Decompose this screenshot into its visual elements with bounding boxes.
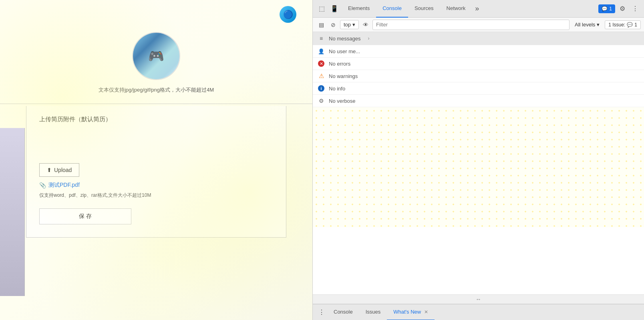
list-icon: ≡ — [318, 35, 325, 42]
resume-section: 上传简历附件（默认简历） ⬆ Upload 📎 测试PDF.pdf 仅支持wor… — [26, 106, 286, 238]
chat-icon: 💬 — [602, 6, 608, 12]
upload-icon: ⬆ — [47, 167, 52, 173]
bottom-console-label: Console — [334, 309, 353, 315]
bottom-menu-btn[interactable]: ⋮ — [316, 307, 327, 318]
context-dropdown[interactable]: top ▾ — [340, 20, 359, 29]
attachment-icon: 📎 — [39, 182, 46, 188]
error-icon: ✕ — [318, 60, 325, 67]
more-options-btn[interactable]: ⋮ — [630, 3, 641, 14]
inspect-element-btn[interactable]: ⬚ — [316, 3, 327, 14]
file-name: 测试PDF.pdf — [48, 182, 80, 189]
chevron-right-icon[interactable]: › — [364, 34, 372, 42]
logo-icon: 🔵 — [283, 10, 293, 19]
no-warnings-text: No warnings — [329, 73, 358, 79]
verbose-icon: ⚙ — [318, 97, 325, 104]
file-link[interactable]: 📎 测试PDF.pdf — [39, 182, 273, 189]
close-whats-new-btn[interactable]: ✕ — [424, 309, 428, 315]
avatar-hint: 文本仅支持jpg/jpeg/gif/png格式，大小不能超过4M — [99, 86, 214, 94]
avatar-circle[interactable] — [132, 32, 180, 80]
console-messages: ≡ No messages › 👤 No user me... ✕ No err… — [313, 32, 644, 294]
eye-btn[interactable]: 👁 — [360, 20, 371, 30]
issue-label: 1 Issue: — [608, 22, 625, 28]
console-item-no-user[interactable]: 👤 No user me... — [313, 45, 644, 58]
upload-button[interactable]: ⬆ Upload — [39, 163, 79, 177]
levels-arrow-icon: ▾ — [597, 22, 600, 28]
settings-icon: ⚙ — [620, 5, 625, 12]
levels-label: All levels — [575, 22, 595, 28]
block-icon-btn[interactable]: ⊘ — [328, 20, 338, 30]
devtools-toolbar: ▤ ⊘ top ▾ 👁 All levels ▾ 1 Issue: 💬 1 — [313, 18, 644, 32]
console-item-no-messages[interactable]: ≡ No messages › — [313, 32, 644, 45]
devtools-header-right: 💬 1 ⚙ ⋮ — [598, 3, 641, 14]
bottom-whatsnew-label: What's New — [393, 309, 421, 315]
tab-elements[interactable]: Elements — [342, 0, 376, 18]
issue-badge[interactable]: 1 Issue: 💬 1 — [605, 20, 641, 29]
devtools-tabs: Elements Console Sources Network » — [342, 0, 597, 18]
left-sidebar-strip — [0, 128, 25, 296]
app-logo: 🔵 — [280, 6, 296, 23]
devtools-panel: ⬚ 📱 Elements Console Sources Network » 💬… — [312, 0, 644, 320]
device-toolbar-btn[interactable]: 📱 — [329, 3, 340, 14]
chat-icon-small: 💬 — [627, 22, 633, 28]
console-sidebar-btn[interactable]: ▤ — [316, 20, 326, 30]
warning-icon: ⚠ — [318, 72, 325, 80]
more-tabs-btn[interactable]: » — [472, 0, 482, 18]
save-button[interactable]: 保 存 — [39, 208, 131, 224]
levels-dropdown[interactable]: All levels ▾ — [571, 20, 603, 29]
resume-title: 上传简历附件（默认简历） — [39, 116, 273, 123]
no-messages-text: No messages — [329, 36, 360, 42]
resize-icon: ↔ — [476, 296, 481, 302]
no-user-text: No user me... — [329, 48, 360, 54]
no-info-text: No info — [329, 86, 345, 92]
avatar-section: 文本仅支持jpg/jpeg/gif/png格式，大小不能超过4M — [0, 0, 312, 102]
chat-badge-btn[interactable]: 💬 1 — [598, 4, 615, 13]
dropdown-arrow-icon: ▾ — [352, 22, 355, 28]
console-item-no-warnings[interactable]: ⚠ No warnings — [313, 70, 644, 82]
upload-label: Upload — [54, 167, 72, 173]
browser-page: 🔵 文本仅支持jpg/jpeg/gif/png格式，大小不能超过4M 上传简历附… — [0, 0, 312, 320]
console-empty-area — [313, 107, 644, 227]
settings-btn[interactable]: ⚙ — [617, 3, 628, 14]
bottom-tab-issues[interactable]: Issues — [359, 304, 387, 320]
resize-handle[interactable]: ↔ — [313, 294, 644, 304]
devtools-header: ⬚ 📱 Elements Console Sources Network » 💬… — [313, 0, 644, 18]
info-icon: i — [318, 85, 325, 92]
section-divider — [0, 104, 312, 104]
console-item-no-info[interactable]: i No info — [313, 82, 644, 95]
file-hint: 仅支持word、pdf、zip、rar格式,文件大小不超过10M — [39, 192, 273, 199]
save-label: 保 存 — [79, 213, 92, 219]
dots-icon: ⋮ — [632, 5, 638, 12]
tab-network[interactable]: Network — [440, 0, 472, 18]
filter-input[interactable] — [372, 20, 570, 30]
tab-console[interactable]: Console — [376, 0, 408, 18]
badge-count: 1 — [609, 6, 612, 12]
avatar-image — [133, 33, 179, 79]
devtools-bottom-bar: ⋮ Console Issues What's New ✕ — [313, 304, 644, 320]
context-label: top — [344, 22, 351, 28]
no-verbose-text: No verbose — [329, 98, 355, 104]
console-item-no-errors[interactable]: ✕ No errors — [313, 58, 644, 70]
user-icon: 👤 — [318, 48, 325, 55]
tab-sources[interactable]: Sources — [408, 0, 440, 18]
block-icon: ⊘ — [331, 22, 336, 28]
sidebar-toggle-icon: ▤ — [319, 22, 324, 28]
issue-count: 1 — [634, 22, 637, 28]
no-errors-text: No errors — [329, 61, 350, 67]
bottom-issues-label: Issues — [366, 309, 381, 315]
bottom-tab-console[interactable]: Console — [327, 304, 359, 320]
console-item-no-verbose[interactable]: ⚙ No verbose — [313, 95, 644, 107]
bottom-tab-whats-new[interactable]: What's New ✕ — [387, 304, 435, 320]
eye-icon: 👁 — [363, 22, 368, 28]
